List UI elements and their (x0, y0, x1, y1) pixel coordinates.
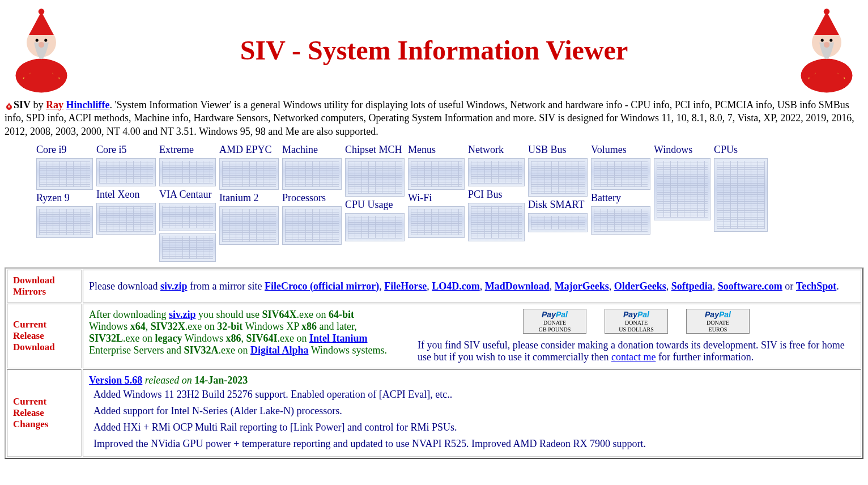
release-changes-cell: Version 5.68 released on 14-Jan-2023 Add… (83, 369, 861, 457)
thumb-image[interactable] (468, 158, 525, 186)
thumbnail-gallery: Core i9Ryzen 9Core i5Intel XeonExtremeVI… (36, 144, 863, 262)
change-item: Added HXi + RMi OCP Multi Rail reporting… (93, 419, 855, 436)
thumb-column: Chipset MCHCPU Usage (345, 144, 405, 262)
thumb-column: MenusWi-Fi (408, 144, 465, 262)
thumb-image[interactable] (282, 206, 342, 245)
thumb-label: Machine (282, 144, 342, 156)
thumb-column: ExtremeVIA Centaur (159, 144, 216, 262)
svg-point-16 (829, 39, 832, 42)
thumb-label: Windows (654, 144, 710, 156)
thumb-image[interactable] (219, 206, 279, 245)
thumb-image[interactable] (345, 158, 405, 197)
mirror-link[interactable]: FileHorse (384, 280, 427, 292)
alpha-link[interactable]: Digital Alpha (250, 344, 309, 356)
thumb-image[interactable] (714, 158, 768, 232)
thumb-image[interactable] (282, 158, 342, 190)
thumb-label: AMD EPYC (219, 144, 279, 156)
donate-gbp-button[interactable]: PayPalDONATEGB POUNDS (523, 309, 586, 334)
thumb-image[interactable] (159, 203, 216, 231)
thumb-image[interactable] (591, 158, 650, 190)
svg-point-15 (821, 39, 824, 42)
intro-siv-bold: SIV (14, 99, 31, 110)
mirror-link[interactable]: FileCroco (official mirror) (265, 280, 379, 292)
thumb-image[interactable] (96, 158, 156, 186)
mirror-link[interactable]: TechSpot (796, 280, 836, 292)
thumb-image[interactable] (654, 158, 710, 220)
donate-eur-button[interactable]: PayPalDONATEEUROS (686, 309, 750, 334)
thumb-image[interactable] (36, 206, 93, 238)
svg-point-21 (838, 63, 848, 78)
thumb-image[interactable] (96, 203, 156, 235)
release-download-header: Current Release Download (7, 304, 82, 368)
thumb-column: Windows (654, 144, 710, 262)
change-item: Added Windows 11 23H2 Build 25276 suppor… (93, 386, 855, 403)
header-row: SIV - System Information Viewer (5, 5, 863, 95)
author-link-last[interactable]: Hinchliffe (66, 99, 110, 110)
svg-point-20 (805, 63, 815, 78)
siv-zip-link[interactable]: siv.zip (169, 309, 196, 320)
mascot-right (790, 5, 863, 95)
thumb-label: Disk SMART (528, 199, 588, 211)
thumb-image[interactable] (219, 158, 279, 190)
author-link-first[interactable]: Ray (46, 99, 63, 110)
donate-usd-button[interactable]: PayPalDONATEUS DOLLARS (605, 309, 668, 334)
donate-block: PayPalDONATEGB POUNDS PayPalDONATEUS DOL… (418, 309, 855, 363)
svg-point-10 (53, 63, 63, 78)
thumb-label: Processors (282, 192, 342, 204)
change-item: Added support for Intel N-Series (Alder … (93, 403, 855, 419)
version-link[interactable]: Version 5.68 (89, 375, 142, 386)
changes-list: Added Windows 11 23H2 Build 25276 suppor… (93, 386, 855, 452)
mirror-link[interactable]: MajorGeeks (555, 280, 609, 292)
thumb-label: USB Bus (528, 144, 588, 156)
mirror-link[interactable]: Softpedia (671, 280, 713, 292)
thumb-label: Wi-Fi (408, 192, 465, 204)
svg-point-8 (39, 8, 44, 14)
siv-zip-mirror-link[interactable]: siv.zip (160, 280, 188, 292)
thumb-image[interactable] (345, 213, 405, 241)
thumb-label: Chipset MCH (345, 144, 405, 156)
thumb-column: AMD EPYCItanium 2 (219, 144, 279, 262)
release-download-cell: After downloading siv.zip you should use… (83, 304, 861, 368)
svg-point-6 (39, 42, 44, 48)
svg-point-24 (8, 105, 10, 108)
thumb-label: VIA Centaur (159, 189, 216, 201)
thumb-image[interactable] (159, 233, 216, 262)
contact-link[interactable]: contact me (611, 351, 656, 363)
itanium-link[interactable]: Intel Itanium (309, 333, 368, 344)
svg-point-17 (824, 42, 829, 48)
thumb-image[interactable] (468, 203, 525, 241)
thumb-image[interactable] (159, 158, 216, 186)
thumb-column: CPUs (714, 144, 768, 262)
thumb-image[interactable] (408, 158, 465, 190)
info-table: Download Mirrors Please download siv.zip… (5, 267, 863, 459)
thumb-image[interactable] (36, 158, 93, 190)
svg-point-9 (20, 63, 30, 78)
thumb-label: Volumes (591, 144, 650, 156)
thumb-column: VolumesBattery (591, 144, 650, 262)
thumb-label: PCI Bus (468, 189, 525, 201)
page-title: SIV - System Information Viewer (240, 35, 628, 66)
thumb-image[interactable] (408, 206, 465, 238)
svg-point-4 (36, 39, 39, 42)
intro-paragraph: SIV by Ray Hinchliffe. 'System Informati… (5, 99, 863, 138)
thumb-image[interactable] (528, 158, 588, 197)
svg-point-5 (44, 39, 47, 42)
release-changes-row: Current Release Changes Version 5.68 rel… (7, 369, 861, 457)
thumb-image[interactable] (528, 213, 588, 232)
thumb-image[interactable] (591, 206, 650, 235)
mirror-link[interactable]: LO4D.com (432, 280, 480, 292)
thumb-column: Core i9Ryzen 9 (36, 144, 93, 262)
mirror-link[interactable]: MadDownload (485, 280, 550, 292)
svg-marker-7 (29, 11, 54, 35)
mirror-link[interactable]: OlderGeeks (614, 280, 666, 292)
donate-info: If you find SIV useful, please consider … (418, 339, 855, 363)
thumb-label: Battery (591, 192, 650, 204)
thumb-column: MachineProcessors (282, 144, 342, 262)
version-line: Version 5.68 released on 14-Jan-2023 (89, 375, 855, 386)
mirror-link[interactable]: Sooftware.com (718, 280, 782, 292)
release-download-row: Current Release Download After downloadi… (7, 304, 861, 368)
release-changes-header: Current Release Changes (7, 369, 82, 457)
wizard-icon (5, 101, 14, 110)
thumb-column: NetworkPCI Bus (468, 144, 525, 262)
thumb-column: Core i5Intel Xeon (96, 144, 156, 262)
